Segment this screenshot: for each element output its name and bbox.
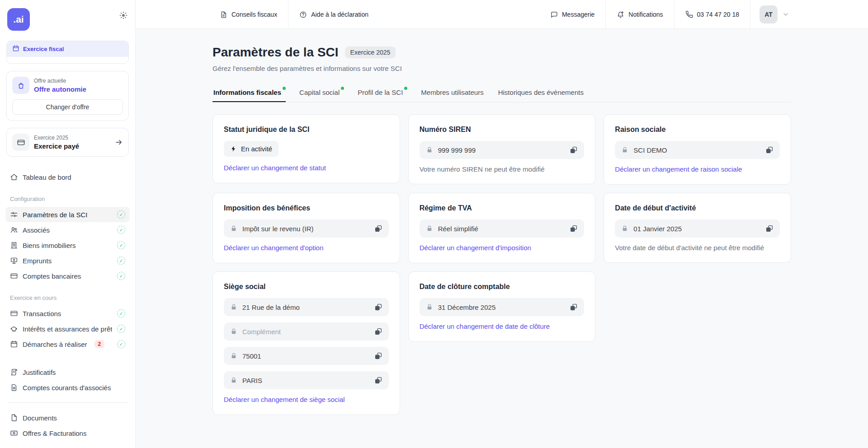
- sun-icon: [119, 14, 128, 21]
- page-subtitle: Gérez l'ensemble des paramètres et infor…: [212, 65, 791, 72]
- header-link-label: Conseils fiscaux: [231, 11, 277, 18]
- sidebar-item-demarches-a-realiser[interactable]: Démarches à réaliser2✓: [5, 336, 130, 352]
- check-circle-icon: ✓: [117, 309, 125, 317]
- card-title: Numéro SIREN: [420, 126, 585, 134]
- app-logo[interactable]: .ai: [7, 8, 30, 31]
- sidebar-item-offres-facturations[interactable]: Offres & Facturations: [5, 425, 130, 441]
- copy-icon[interactable]: [374, 352, 382, 360]
- header-link-label: Aide à la déclaration: [311, 11, 368, 18]
- declare-change-link[interactable]: Déclarer un changement de raison sociale: [615, 165, 742, 173]
- check-circle-icon: ✓: [117, 226, 125, 234]
- declare-change-link[interactable]: Déclarer un changement de date de clôtur…: [420, 322, 550, 330]
- users-icon: [10, 226, 18, 234]
- header-link-notifications[interactable]: Notifications: [606, 0, 674, 29]
- sidebar-item-label: Tableau de bord: [23, 173, 71, 181]
- sidebar-item-interets-et-assurances-de-pret[interactable]: Intérêts et assurances de prêt✓: [5, 321, 130, 336]
- next-year-button[interactable]: [114, 63, 123, 64]
- calendar-icon: [10, 340, 18, 348]
- tab-label: Historiques des évènements: [498, 89, 584, 96]
- lock-icon: [426, 303, 433, 311]
- sidebar-item-comptes-bancaires[interactable]: Comptes bancaires✓: [5, 268, 130, 284]
- tab-historiques-des-evenements[interactable]: Historiques des évènements: [497, 84, 585, 102]
- lock-icon: [426, 225, 433, 232]
- avatar[interactable]: AT: [760, 5, 778, 23]
- user-menu[interactable]: AT: [750, 5, 791, 23]
- card-siege-social: Siège social21 Rue de la démoComplément7…: [212, 271, 400, 415]
- tab-profil-de-la-sci[interactable]: Profil de la SCI: [357, 84, 407, 102]
- fiscal-year-value: 2025: [55, 61, 80, 64]
- field-value: 75001: [242, 352, 369, 360]
- sidebar-item-associes[interactable]: Associés✓: [5, 222, 130, 238]
- sidebar-item-documents[interactable]: Documents: [5, 410, 130, 425]
- header-link-messagerie[interactable]: Messagerie: [539, 0, 605, 29]
- copy-icon[interactable]: [570, 224, 578, 233]
- sidebar-item-justificatifs[interactable]: Justificatifs: [5, 364, 130, 380]
- sidebar-item-biens-immobiliers[interactable]: Biens immobiliers✓: [5, 238, 130, 253]
- sidebar-item-label: Transactions: [23, 310, 61, 317]
- header-link-conseils-fiscaux[interactable]: Conseils fiscaux: [212, 0, 288, 29]
- copy-icon[interactable]: [374, 224, 382, 233]
- tab-membres-utilisateurs[interactable]: Membres utilisateurs: [420, 84, 484, 102]
- lock-icon: [426, 146, 433, 154]
- arrow-right-icon: [115, 138, 123, 146]
- sidebar-item-label: Intérêts et assurances de prêt: [23, 325, 112, 333]
- locked-field: 75001: [224, 347, 389, 365]
- field-value: 21 Rue de la démo: [242, 303, 369, 311]
- locked-field: Impôt sur le revenu (IR): [224, 219, 389, 238]
- credit-card-icon: [10, 272, 18, 280]
- sidebar-item-label: Paramètres de la SCI: [23, 211, 87, 219]
- sidebar-item-tableau-de-bord[interactable]: Tableau de bord: [5, 169, 130, 185]
- theme-toggle-sun-icon[interactable]: [119, 11, 128, 22]
- declare-change-link[interactable]: Déclarer un changement de siège social: [224, 396, 345, 403]
- card-date-debut-activite: Date de début d'activité01 Janvier 2025V…: [604, 193, 791, 263]
- locked-field: 999 999 999: [420, 141, 585, 159]
- card-title: Régime de TVA: [420, 204, 585, 212]
- exercise-paid-card[interactable]: Exercice 2025 Exercice payé: [6, 128, 129, 157]
- content-scroll[interactable]: Paramètres de la SCI Exercice 2025 Gérez…: [136, 29, 868, 448]
- credit-card-icon: [10, 309, 18, 317]
- phone-link[interactable]: 03 74 47 20 18: [675, 11, 750, 19]
- credit-card-icon: [12, 134, 29, 151]
- invoice-icon: [10, 429, 18, 437]
- declare-change-link[interactable]: Déclarer un changement d'imposition: [420, 244, 531, 252]
- lock-icon: [621, 146, 628, 154]
- lock-icon: [230, 377, 237, 384]
- tab-capital-social[interactable]: Capital social: [298, 84, 344, 102]
- building-icon: [10, 241, 18, 249]
- locked-field: Complément: [224, 322, 389, 341]
- lock-icon: [621, 225, 628, 232]
- copy-icon[interactable]: [765, 146, 774, 154]
- sidebar-nav: Tableau de bordConfigurationParamètres d…: [5, 169, 130, 441]
- declare-change-link[interactable]: Déclarer un changement de statut: [224, 164, 326, 172]
- sidebar-item-emprunts[interactable]: Emprunts✓: [5, 253, 130, 268]
- copy-icon[interactable]: [570, 303, 578, 311]
- card-raison-sociale: Raison socialeSCI DEMODéclarer un change…: [604, 114, 791, 185]
- sidebar-item-label: Justificatifs: [23, 369, 56, 376]
- card-title: Raison sociale: [615, 126, 780, 134]
- sliders-icon: [10, 210, 18, 219]
- declare-change-link[interactable]: Déclarer un changement d'option: [224, 244, 324, 252]
- sidebar-item-transactions[interactable]: Transactions✓: [5, 306, 130, 321]
- field-value: PARIS: [242, 377, 369, 384]
- chat-icon: [550, 11, 558, 19]
- card-title: Imposition des bénéfices: [224, 204, 389, 212]
- file-text-icon: [220, 11, 227, 19]
- copy-icon[interactable]: [374, 376, 382, 384]
- card-regime-tva: Régime de TVARéel simplifiéDéclarer un c…: [408, 193, 596, 263]
- copy-icon[interactable]: [374, 327, 382, 336]
- chevron-down-icon: [782, 11, 789, 18]
- prev-year-button[interactable]: [12, 63, 21, 64]
- sidebar-item-comptes-courants-d-associes[interactable]: Comptes courants d'associés: [5, 380, 130, 395]
- tab-informations-fiscales[interactable]: Informations fiscales: [212, 84, 286, 102]
- copy-icon[interactable]: [374, 303, 382, 311]
- change-offer-button[interactable]: Changer d'offre: [12, 99, 123, 115]
- sidebar-item-label: Documents: [23, 414, 57, 422]
- top-bar: Conseils fiscauxAide à la déclarationMes…: [136, 0, 868, 29]
- header-link-aide-a-la-declaration[interactable]: Aide à la déclaration: [288, 0, 379, 29]
- current-offer-card: Offre actuelle Offre autonomie Changer d…: [6, 71, 129, 121]
- fiscal-year-header: Exercice fiscal: [7, 41, 128, 57]
- locked-field: 21 Rue de la démo: [224, 298, 389, 316]
- copy-icon[interactable]: [765, 224, 774, 233]
- sidebar-item-parametres-de-la-sci[interactable]: Paramètres de la SCI✓: [5, 207, 130, 222]
- copy-icon[interactable]: [570, 146, 578, 154]
